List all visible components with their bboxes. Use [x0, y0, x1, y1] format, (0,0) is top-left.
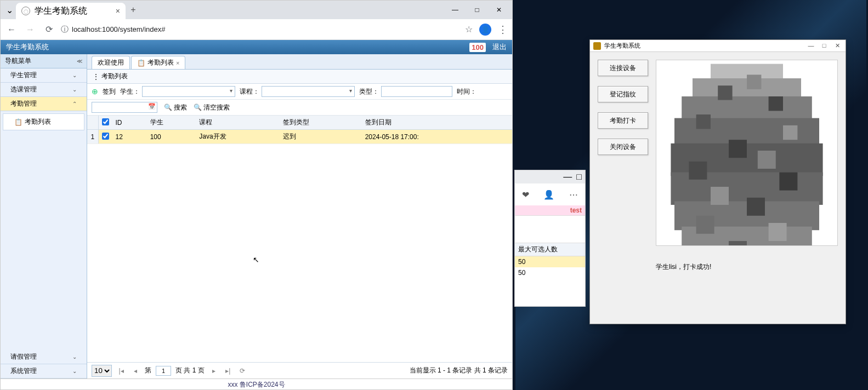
course-combo[interactable] — [262, 86, 355, 97]
logout-link[interactable]: 退出 — [492, 42, 507, 52]
fingerprint-titlebar: 学生考勤系统 — □ ✕ — [590, 40, 846, 52]
window-maximize-button[interactable]: □ — [819, 42, 829, 49]
info-icon: ⓘ — [61, 25, 69, 35]
tab-attendance-list[interactable]: 📋 考勤列表 × — [131, 56, 185, 69]
list-icon: 📋 — [14, 118, 22, 126]
mini-row[interactable]: 50 — [515, 256, 585, 267]
first-page-button[interactable]: |◂ — [116, 366, 126, 376]
tab-dropdown[interactable]: ⌄ — [3, 3, 16, 16]
url-box[interactable]: ⓘ localhost:1000/system/index# — [61, 25, 459, 35]
clear-search-button[interactable]: 🔍清空搜索 — [194, 103, 230, 112]
table-row[interactable]: 1 12 100 Java开发 迟到 2024-05-18 17:00: — [87, 130, 512, 144]
profile-avatar[interactable]: 👤 — [479, 24, 491, 36]
col-type[interactable]: 签到类型 — [280, 116, 361, 130]
window-minimize-button[interactable]: — — [806, 42, 816, 49]
svg-rect-18 — [779, 173, 797, 191]
cell-date: 2024-05-18 17:00: — [362, 130, 512, 144]
register-fingerprint-button[interactable]: 登记指纹 — [598, 86, 648, 102]
more-icon[interactable]: ⋯ — [569, 190, 578, 200]
back-button[interactable]: ← — [5, 23, 18, 36]
mini-row[interactable]: 50 — [515, 267, 585, 278]
collapse-sidebar-icon[interactable]: ≪ — [77, 58, 82, 64]
close-tab-icon[interactable]: × — [176, 60, 179, 66]
last-page-button[interactable]: ▸| — [223, 366, 233, 376]
app-title: 学生考勤系统 — [6, 42, 49, 52]
date-input[interactable] — [92, 102, 157, 113]
nav-title: 导航菜单 ≪ — [1, 54, 87, 68]
browser-window: ⌄ ◌ 学生考勤系统 × + — □ ✕ ← → ⟳ ⓘ localhost:1… — [0, 0, 513, 390]
main-panel: 欢迎使用 📋 考勤列表 × ⋮ 考勤列表 ⊕ 签到 学生： 课程： 类 — [87, 54, 512, 378]
secondary-toolbar: ❤ 👤 ⋯ — [515, 183, 585, 205]
window-maximize-button[interactable]: □ — [466, 2, 488, 18]
row-number: 1 — [87, 130, 98, 144]
svg-rect-22 — [769, 223, 787, 241]
col-course[interactable]: 课程 — [196, 116, 280, 130]
sidebar-item-course[interactable]: 选课管理⌄ — [1, 83, 87, 97]
tab-welcome[interactable]: 欢迎使用 — [92, 56, 130, 69]
test-badge: test — [515, 205, 585, 215]
fingerprint-status-message: 学生lisi，打卡成功! — [656, 262, 838, 272]
connect-device-button[interactable]: 连接设备 — [598, 60, 648, 76]
type-input[interactable] — [381, 86, 452, 97]
cell-student: 100 — [147, 130, 196, 144]
sidebar-item-attendance[interactable]: 考勤管理⌃ — [1, 97, 87, 111]
student-combo[interactable] — [142, 86, 235, 97]
footer: xxx 鲁ICP备2024号 — [1, 378, 512, 389]
page-size-select[interactable]: 10 — [92, 365, 112, 377]
svg-rect-17 — [689, 162, 707, 180]
browser-tab[interactable]: ◌ 学生考勤系统 × — [16, 3, 126, 19]
search-button[interactable]: 🔍搜索 — [164, 103, 187, 112]
bookmark-icon[interactable]: ☆ — [465, 24, 473, 35]
browser-menu-icon[interactable]: ⋮ — [498, 24, 508, 36]
svg-rect-15 — [729, 140, 747, 158]
next-page-button[interactable]: ▸ — [209, 366, 219, 376]
row-checkbox[interactable] — [102, 133, 109, 140]
add-icon[interactable]: ⊕ — [92, 87, 98, 96]
window-minimize-button[interactable]: — — [563, 172, 572, 182]
col-date[interactable]: 签到日期 — [362, 116, 512, 130]
select-all-checkbox[interactable] — [102, 118, 109, 125]
col-student[interactable]: 学生 — [147, 116, 196, 130]
cell-id: 12 — [112, 130, 147, 144]
url-text: localhost:1000/system/index# — [72, 25, 166, 33]
pager: 10 |◂ ◂ 第 页 共 1 页 ▸ ▸| ⟳ 当前显示 1 - 1 条记录 … — [87, 362, 512, 378]
window-maximize-button[interactable]: □ — [576, 172, 582, 182]
svg-rect-19 — [711, 187, 729, 205]
forward-button[interactable]: → — [24, 23, 37, 36]
signin-button[interactable]: 签到 — [103, 87, 116, 96]
refresh-button[interactable]: ⟳ — [237, 366, 247, 376]
window-close-button[interactable]: ✕ — [832, 42, 842, 49]
sidebar-item-student[interactable]: 学生管理⌄ — [1, 68, 87, 83]
close-tab-icon[interactable]: × — [116, 7, 120, 15]
tab-title: 学生考勤系统 — [35, 5, 87, 17]
pager-info: 当前显示 1 - 1 条记录 共 1 条记录 — [410, 366, 508, 375]
svg-rect-21 — [696, 216, 714, 234]
data-grid: ID 学生 课程 签到类型 签到日期 1 12 100 — [87, 116, 512, 362]
sidebar: 导航菜单 ≪ 学生管理⌄ 选课管理⌄ 考勤管理⌃ 📋 考勤列表 请假管理⌄ 系统… — [1, 54, 87, 378]
attendance-punch-button[interactable]: 考勤打卡 — [598, 112, 648, 129]
new-tab-button[interactable]: + — [126, 2, 141, 18]
toolbar-row2: 🔍搜索 🔍清空搜索 — [87, 100, 512, 116]
fingerprint-image — [656, 60, 838, 246]
secondary-controls: — □ — [515, 170, 585, 183]
sidebar-item-system[interactable]: 系统管理⌄ — [1, 364, 87, 378]
col-id[interactable]: ID — [112, 116, 147, 130]
window-close-button[interactable]: ✕ — [488, 2, 510, 18]
course-label: 课程： — [240, 87, 259, 96]
reload-button[interactable]: ⟳ — [42, 23, 55, 36]
window-minimize-button[interactable]: — — [444, 2, 466, 18]
type-label: 类型： — [359, 87, 379, 96]
heart-icon[interactable]: ❤ — [522, 190, 529, 200]
svg-rect-20 — [747, 198, 765, 216]
page-tabs: 欢迎使用 📋 考勤列表 × — [87, 54, 512, 70]
favicon-icon: ◌ — [21, 7, 30, 15]
prev-page-button[interactable]: ◂ — [131, 366, 140, 376]
svg-rect-10 — [718, 85, 732, 100]
fingerprint-title: 学生考勤系统 — [604, 42, 640, 50]
page-input[interactable] — [156, 366, 171, 376]
profile-icon[interactable]: 👤 — [543, 190, 554, 200]
sidebar-sub-attendance-list[interactable]: 📋 考勤列表 — [3, 113, 84, 130]
sidebar-item-leave[interactable]: 请假管理⌄ — [1, 350, 87, 364]
close-device-button[interactable]: 关闭设备 — [598, 139, 648, 155]
browser-tab-bar: ⌄ ◌ 学生考勤系统 × + — □ ✕ — [1, 1, 512, 19]
